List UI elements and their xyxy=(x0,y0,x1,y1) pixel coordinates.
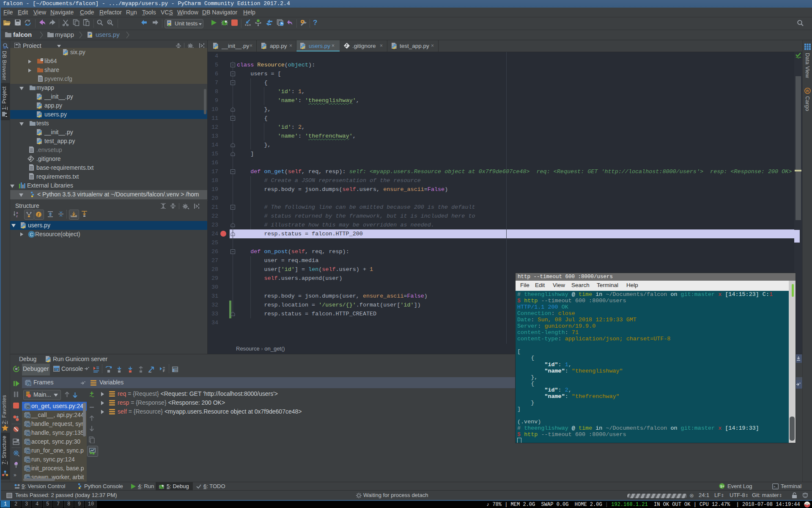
svg-text:I: I xyxy=(163,369,164,373)
svg-text:9+: 9+ xyxy=(720,484,724,489)
svg-text:A: A xyxy=(108,20,111,24)
svg-text:R: R xyxy=(806,89,809,93)
svg-text:z: z xyxy=(16,214,18,218)
svg-text:>_: >_ xyxy=(774,485,778,489)
svg-text:C: C xyxy=(30,232,33,237)
